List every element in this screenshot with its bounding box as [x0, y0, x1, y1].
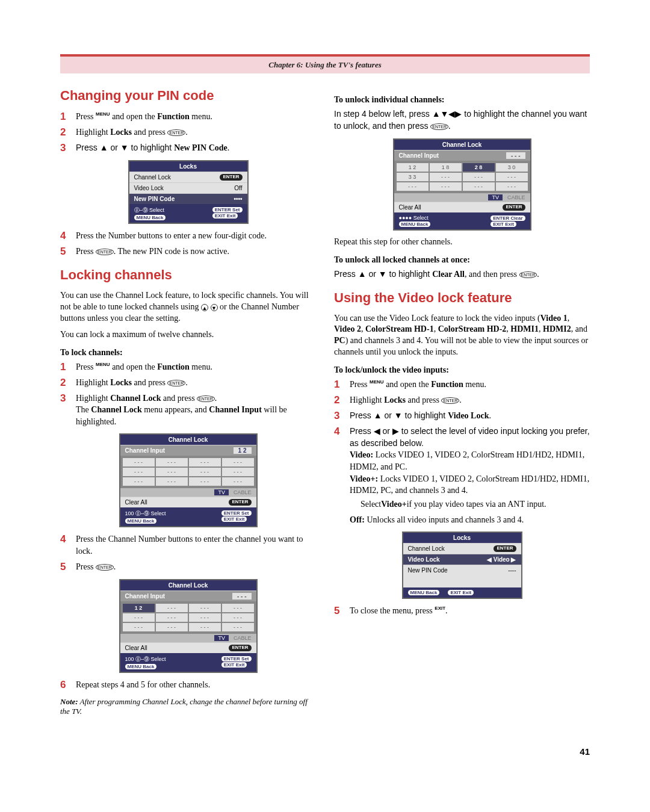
osd-channel-lock-1: Channel Lock Channel Input1 2 - - -- - -… [119, 433, 258, 527]
osd-title: Locks [129, 161, 247, 172]
pin-step-1: 1 Press MENU and open the Function menu. [60, 111, 316, 123]
note: Note: After programming Channel Lock, ch… [60, 697, 316, 716]
repeat-text: Repeat this step for other channels. [334, 237, 590, 248]
video-step-5: 5 To close the menu, press EXIT. [334, 605, 590, 617]
lock-desc-2: You can lock a maximum of twelve channel… [60, 329, 316, 341]
page-number: 41 [60, 746, 590, 757]
enter-icon: ENTER [197, 395, 215, 402]
exit-key-icon: EXIT [435, 606, 445, 612]
ch-down-icon: ▼ [211, 304, 218, 311]
lock-step-6: 6 Repeat steps 4 and 5 for other channel… [60, 679, 316, 691]
video-step-1: 1 Press MENU and open the Function menu. [334, 379, 590, 391]
lock-desc-1: You can use the Channel Lock feature, to… [60, 290, 316, 324]
lock-step-5: 5 Press ENTER. [60, 561, 316, 573]
unlock-desc: In step 4 below left, press ▲▼◀▶ to high… [334, 108, 590, 132]
enter-icon: ENTER [519, 271, 537, 278]
enter-icon: ENTER [441, 397, 459, 404]
subhead-video-lock: To lock/unlock the video inputs: [334, 365, 590, 375]
lock-step-3: 3 Highlight Channel Lock and press ENTER… [60, 392, 316, 428]
lock-step-1: 1 Press MENU and open the Function menu. [60, 361, 316, 373]
enter-icon: ENTER [167, 380, 185, 386]
pin-step-2: 2 Highlight Locks and press ENTER. [60, 126, 316, 138]
step-number: 2 [60, 126, 76, 138]
video-step-4: 4 Press ◀ or ▶ to select the level of vi… [334, 426, 590, 525]
enter-icon: ENTER [96, 564, 114, 571]
enter-icon: ENTER [96, 249, 114, 255]
content-columns: Changing your PIN code 1 Press MENU and … [60, 88, 590, 716]
osd-locks-menu: Locks Channel LockENTER Video LockOff Ne… [128, 160, 249, 224]
video-desc: You can use the Video Lock feature to lo… [334, 313, 590, 359]
osd-unlock: Channel Lock Channel Input- - - 1 21 82 … [393, 138, 531, 231]
left-column: Changing your PIN code 1 Press MENU and … [60, 88, 316, 716]
enter-icon: ENTER [430, 123, 448, 130]
unlock-all-desc: Press ▲ or ▼ to highlight Clear All, and… [334, 268, 590, 280]
heading-video-lock: Using the Video lock feature [334, 290, 590, 306]
video-bullet: Select Video+ if you play video tapes vi… [361, 499, 590, 510]
menu-key-icon: MENU [96, 362, 110, 367]
pin-step-5: 5 Press ENTER. The new PIN code is now a… [60, 246, 316, 258]
right-column: To unlock individual channels: In step 4… [334, 88, 590, 716]
lock-step-2: 2 Highlight Locks and press ENTER. [60, 377, 316, 389]
heading-locking-channels: Locking channels [60, 267, 316, 283]
step-number: 1 [60, 111, 76, 123]
chapter-header: Chapter 6: Using the TV's features [60, 54, 590, 73]
osd-video-lock: Locks Channel LockENTER Video Lock◀ Vide… [402, 532, 522, 599]
menu-key-icon: MENU [370, 379, 384, 385]
enter-icon: ENTER [167, 129, 185, 136]
pin-step-4: 4 Press the Number buttons to enter a ne… [60, 230, 316, 242]
osd-channel-lock-2: Channel Lock Channel Input- - - 1 2- - -… [119, 579, 258, 673]
video-step-2: 2 Highlight Locks and press ENTER. [334, 394, 590, 406]
step-number: 4 [60, 230, 76, 242]
ch-up-icon: ▲ [201, 304, 208, 311]
subhead-lock-channels: To lock channels: [60, 348, 316, 358]
step-number: 3 [60, 142, 76, 154]
pin-step-3: 3 Press ▲ or ▼ to highlight New PIN Code… [60, 142, 316, 154]
step-number: 5 [60, 246, 76, 258]
subhead-unlock-individual: To unlock individual channels: [334, 95, 590, 105]
menu-key-icon: MENU [96, 111, 110, 117]
heading-change-pin: Changing your PIN code [60, 88, 316, 104]
video-step-3: 3 Press ▲ or ▼ to highlight Video Lock. [334, 410, 590, 422]
lock-step-4: 4 Press the Channel Number buttons to en… [60, 533, 316, 557]
subhead-unlock-all: To unlock all locked channels at once: [334, 255, 590, 265]
